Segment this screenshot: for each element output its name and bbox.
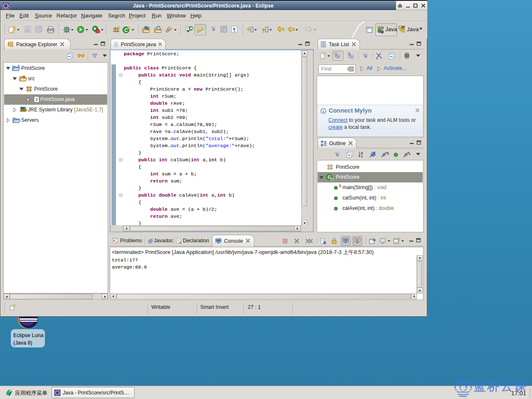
svg-text:J: J	[115, 43, 117, 47]
svg-text:L: L	[409, 151, 411, 155]
svg-text:S: S	[387, 151, 389, 155]
svg-text:i: i	[323, 109, 324, 113]
svg-text:J: J	[17, 64, 20, 69]
svg-text:¶: ¶	[233, 27, 235, 32]
svg-text:J: J	[382, 25, 384, 30]
svg-text:z: z	[361, 154, 363, 158]
svg-text:J: J	[35, 97, 38, 102]
